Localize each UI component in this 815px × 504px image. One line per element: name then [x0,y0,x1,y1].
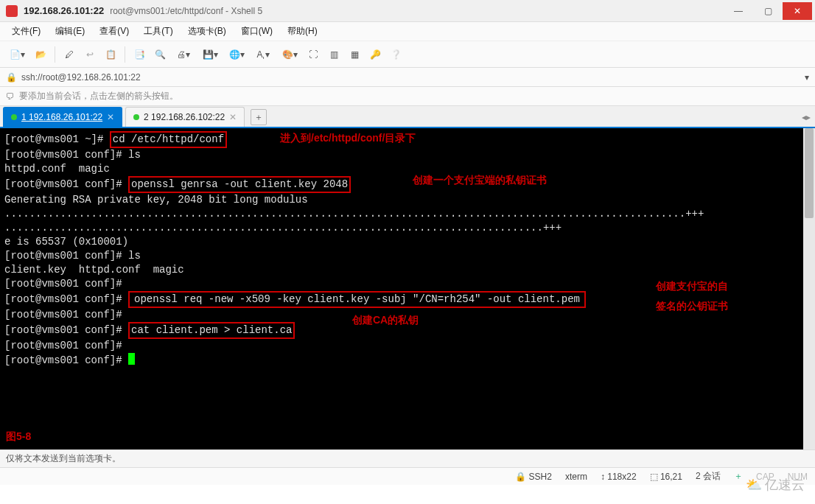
toolbar: 📄▾ 📂 🖊 ↩ 📋 📑 🔍 🖨▾ 💾▾ 🌐▾ Aˌ▾ 🎨▾ ⛶ ▥ ▦ 🔑 ❔ [0,41,815,68]
save-button[interactable]: 💾▾ [197,45,223,64]
tab-session-2[interactable]: 2 192.168.26.102:22 ✕ [125,107,245,127]
watermark: ⛅ 亿速云 [746,476,805,494]
tab-close-icon[interactable]: ✕ [107,112,114,122]
close-button[interactable]: ✕ [783,2,812,20]
scrollbar-thumb[interactable] [805,128,814,218]
print-button[interactable]: 🖨▾ [171,45,196,64]
app-icon [6,5,18,17]
compose-button[interactable]: ▥ [324,45,343,64]
menu-window[interactable]: 窗口(W) [237,23,277,40]
cmd-cat: cat client.pem > client.ca [128,322,295,339]
key-button[interactable]: 🔑 [365,45,385,64]
fullscreen-button[interactable]: ⛶ [304,45,323,64]
cmd-req: openssl req -new -x509 -key client.key -… [128,291,586,308]
open-button[interactable]: 📂 [31,45,50,64]
quick-button[interactable]: ▦ [345,45,364,64]
status-term: xterm [565,472,587,482]
menu-edit[interactable]: 编辑(E) [51,23,89,40]
scrollbar[interactable] [803,128,815,449]
lock-icon: 🔒 [6,72,17,83]
reconnect-button[interactable]: 🖊 [60,45,79,64]
tip-text: 要添加当前会话，点击左侧的箭头按钮。 [19,90,178,102]
help-button[interactable]: ❔ [386,45,405,64]
address-dropdown-icon[interactable]: ▾ [805,72,809,83]
status-size: ↕ 118x22 [601,472,637,482]
footer-bar: 仅将文本发送到当前选项卡。 [0,449,815,467]
tab-session-1[interactable]: 1 192.168.26.101:22 ✕ [3,107,122,127]
minimize-button[interactable]: — [724,2,753,20]
terminal[interactable]: [root@vms001 ~]# cd /etc/httpd/conf [roo… [0,128,815,449]
disconnect-button[interactable]: ↩ [80,45,99,64]
cloud-icon: ⛅ [746,477,762,493]
menu-tabs[interactable]: 选项卡(B) [183,23,231,40]
menu-help[interactable]: 帮助(H) [283,23,322,40]
status-dot-icon [11,114,17,120]
encoding-button[interactable]: 🌐▾ [224,45,249,64]
title-path: root@vms001:/etc/httpd/conf - Xshell 5 [110,6,262,16]
tab-bar: 1 192.168.26.101:22 ✕ 2 192.168.26.102:2… [0,106,815,128]
new-session-button[interactable]: 📄▾ [4,45,29,64]
footer-text: 仅将文本发送到当前选项卡。 [6,452,121,465]
status-bar: 🔒 SSH2 xterm ↕ 118x22 ⬚ 16,21 2 会话 ＋ CAP… [0,467,815,485]
status-proto: 🔒 SSH2 [515,472,552,482]
menu-view[interactable]: 查看(V) [95,23,133,40]
tab-add-button[interactable]: ＋ [251,109,267,125]
tip-icon: 🗩 [6,91,15,102]
properties-button[interactable]: 📋 [101,45,120,64]
titlebar: 192.168.26.101:22 root@vms001:/etc/httpd… [0,0,815,22]
color-button[interactable]: 🎨▾ [277,45,302,64]
tab-nav[interactable]: ◂▸ [802,112,811,122]
status-sessions: 2 会话 [696,470,721,483]
menubar: 文件(F) 编辑(E) 查看(V) 工具(T) 选项卡(B) 窗口(W) 帮助(… [0,22,815,41]
status-plus-icon[interactable]: ＋ [734,470,743,483]
copy-button[interactable]: 📑 [130,45,149,64]
maximize-button[interactable]: ▢ [753,2,783,20]
find-button[interactable]: 🔍 [150,45,169,64]
cmd-cd: cd /etc/httpd/conf [110,131,227,148]
tab-close-icon[interactable]: ✕ [229,112,237,122]
address-bar: 🔒 ssh://root@192.168.26.101:22 ▾ [0,68,815,87]
status-pos: ⬚ 16,21 [650,472,682,482]
figure-label: 图5-8 [6,430,31,444]
cmd-genrsa: openssl genrsa -out client.key 2048 [128,176,351,193]
status-dot-icon [133,114,139,120]
watermark-text: 亿速云 [765,476,805,494]
cursor-icon [128,353,135,365]
font-button[interactable]: Aˌ▾ [251,45,276,64]
menu-tools[interactable]: 工具(T) [139,23,177,40]
address-url[interactable]: ssh://root@192.168.26.101:22 [21,72,141,83]
tab-label: 2 192.168.26.102:22 [144,112,225,122]
title-ip: 192.168.26.101:22 [24,5,104,16]
tab-label: 1 192.168.26.101:22 [21,112,102,122]
tip-bar: 🗩 要添加当前会话，点击左侧的箭头按钮。 [0,87,815,106]
menu-file[interactable]: 文件(F) [7,23,45,40]
